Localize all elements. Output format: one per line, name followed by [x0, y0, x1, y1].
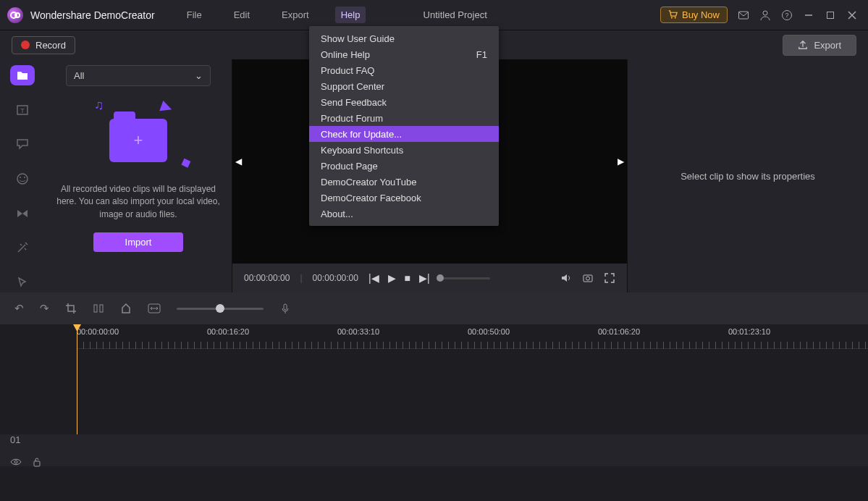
ruler-tick: 00:01:06:20 [598, 327, 640, 336]
svg-point-14 [17, 174, 28, 184]
user-icon[interactable] [759, 9, 771, 21]
volume-slider[interactable] [440, 277, 490, 279]
fullscreen-icon[interactable] [604, 272, 615, 284]
preview-prev-button[interactable]: ◀ [235, 156, 242, 167]
stop-button[interactable]: ■ [405, 272, 410, 284]
ruler-tick: 00:00:00:00 [77, 327, 119, 336]
help-menu-item[interactable]: Check for Update... [309, 126, 499, 142]
sidebar-media-icon[interactable] [10, 65, 35, 85]
help-dropdown: Show User GuideOnline HelpF1Product FAQS… [309, 26, 499, 226]
help-icon[interactable]: ? [781, 9, 793, 21]
video-deco-icon: ▶ [159, 96, 174, 117]
svg-text:T: T [20, 107, 25, 114]
help-menu-item-label: DemoCreator YouTube [321, 177, 417, 188]
library-illustration: ♫ ▶ ◆ + [98, 108, 178, 173]
menu-help[interactable]: Help [335, 7, 366, 23]
record-label: Record [35, 40, 66, 51]
chevron-down-icon: ⌄ [195, 70, 203, 81]
ruler-marks [77, 342, 868, 349]
help-menu-item[interactable]: Show User Guide [309, 30, 499, 46]
svg-rect-22 [284, 304, 287, 310]
cart-icon [668, 10, 678, 20]
svg-rect-4 [739, 12, 749, 19]
svg-point-18 [586, 277, 590, 280]
help-menu-item-label: DemoCreator Facebook [321, 193, 421, 203]
zoom-slider[interactable] [177, 308, 264, 310]
import-label: Import [125, 237, 152, 248]
record-button[interactable]: Record [12, 36, 75, 54]
library-filter-dropdown[interactable]: All ⌄ [66, 65, 211, 86]
ruler-tick: 00:00:33:10 [337, 327, 379, 336]
buy-now-button[interactable]: Buy Now [660, 7, 728, 23]
undo-button[interactable]: ↶ [14, 302, 24, 315]
snapshot-icon[interactable] [582, 272, 594, 284]
help-menu-item[interactable]: Online HelpF1 [309, 46, 499, 62]
export-icon [798, 40, 808, 50]
image-deco-icon: ◆ [179, 153, 194, 171]
help-menu-item[interactable]: About... [309, 206, 499, 222]
help-menu-item-label: Online Help [321, 49, 370, 60]
help-menu-item[interactable]: Support Center [309, 78, 499, 94]
svg-point-16 [24, 177, 25, 178]
ruler-tick: 00:00:50:00 [468, 327, 510, 336]
svg-point-2 [671, 17, 673, 19]
svg-point-3 [675, 17, 676, 19]
sidebar-transition-icon[interactable] [10, 203, 35, 224]
library-filter-label: All [74, 70, 84, 81]
app-logo [7, 7, 23, 23]
redo-button[interactable]: ↷ [40, 302, 49, 315]
track-number: 01 [10, 434, 20, 445]
menu-edit[interactable]: Edit [228, 7, 256, 23]
help-menu-item-label: Support Center [321, 81, 384, 92]
fit-button[interactable] [148, 303, 161, 313]
help-menu-item[interactable]: Send Feedback [309, 94, 499, 110]
sidebar-text-icon[interactable]: T [10, 100, 35, 120]
svg-rect-19 [94, 305, 97, 312]
prev-frame-button[interactable]: |◀ [368, 272, 379, 284]
svg-rect-20 [100, 305, 103, 312]
sidebar-annotation-icon[interactable] [10, 134, 35, 154]
library-panel: All ⌄ ♫ ▶ ◆ + All recorded video clips w… [45, 59, 232, 292]
close-button[interactable] [846, 9, 858, 21]
help-menu-item-label: About... [321, 209, 353, 219]
playback-total: 00:00:00:00 [313, 273, 358, 283]
ruler-tick: 00:01:23:10 [728, 327, 770, 336]
sidebar-effects-icon[interactable] [10, 238, 35, 258]
playback-controls: |◀ ▶ ■ ▶| [368, 272, 430, 284]
help-menu-item-label: Product Page [321, 161, 378, 172]
mail-icon[interactable] [738, 9, 749, 21]
export-button[interactable]: Export [783, 35, 856, 56]
visibility-icon[interactable] [10, 458, 22, 466]
help-menu-item[interactable]: Keyboard Shortcuts [309, 142, 499, 158]
minimize-button[interactable] [803, 9, 814, 21]
menu-export[interactable]: Export [276, 7, 315, 23]
next-frame-button[interactable]: ▶| [419, 272, 430, 284]
titlebar-right: Buy Now ? [660, 7, 858, 23]
help-menu-item-label: Send Feedback [321, 97, 387, 108]
play-button[interactable]: ▶ [388, 272, 396, 284]
folder-icon: + [109, 119, 167, 162]
lock-icon[interactable] [32, 457, 42, 467]
sidebar-sticker-icon[interactable] [10, 169, 35, 189]
help-menu-item[interactable]: Product FAQ [309, 62, 499, 78]
svg-rect-17 [583, 275, 592, 282]
import-button[interactable]: Import [93, 232, 184, 252]
menu-file[interactable]: File [181, 7, 208, 23]
svg-point-5 [763, 11, 767, 15]
help-menu-item-label: Product FAQ [321, 65, 374, 76]
mic-button[interactable] [279, 303, 291, 314]
split-button[interactable] [93, 303, 104, 314]
help-menu-item[interactable]: Product Forum [309, 110, 499, 126]
help-menu-item-label: Show User Guide [321, 33, 395, 44]
help-menu-item[interactable]: Product Page [309, 158, 499, 174]
maximize-button[interactable] [825, 9, 836, 21]
help-menu-item[interactable]: DemoCreator Facebook [309, 190, 499, 206]
marker-button[interactable] [120, 303, 132, 314]
crop-button[interactable] [65, 303, 77, 314]
project-title: Untitled Project [366, 9, 660, 20]
preview-next-button[interactable]: ▶ [618, 156, 624, 167]
sidebar-cursor-icon[interactable] [10, 272, 35, 292]
playback-divider: | [300, 273, 302, 283]
help-menu-item[interactable]: DemoCreator YouTube [309, 174, 499, 190]
volume-icon[interactable] [560, 272, 572, 284]
